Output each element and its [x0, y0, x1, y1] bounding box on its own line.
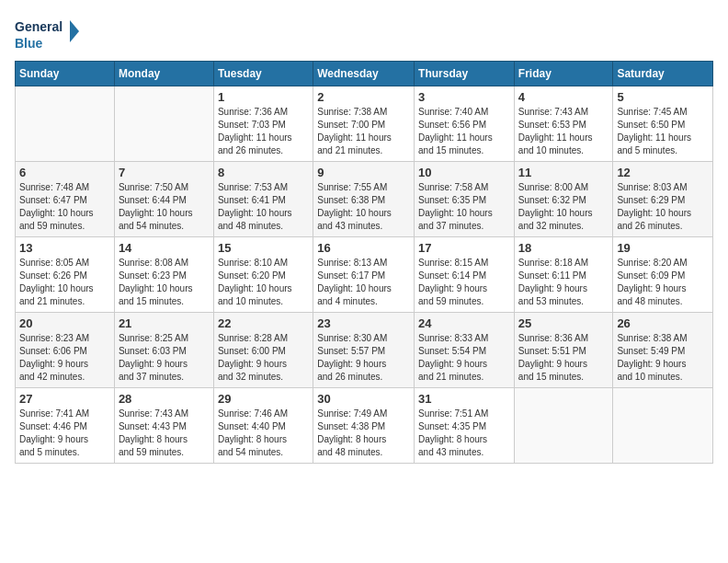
- calendar-cell: 26Sunrise: 8:38 AM Sunset: 5:49 PM Dayli…: [613, 313, 713, 388]
- day-detail: Sunrise: 8:05 AM Sunset: 6:26 PM Dayligh…: [19, 257, 110, 308]
- day-detail: Sunrise: 7:46 AM Sunset: 4:40 PM Dayligh…: [218, 408, 309, 459]
- calendar-cell: 29Sunrise: 7:46 AM Sunset: 4:40 PM Dayli…: [213, 388, 313, 464]
- calendar-cell: 8Sunrise: 7:53 AM Sunset: 6:41 PM Daylig…: [213, 162, 313, 237]
- calendar-week-4: 20Sunrise: 8:23 AM Sunset: 6:06 PM Dayli…: [16, 313, 713, 388]
- day-number: 1: [218, 90, 309, 104]
- header-cell-friday: Friday: [514, 62, 613, 86]
- header-cell-thursday: Thursday: [415, 62, 515, 86]
- day-detail: Sunrise: 7:51 AM Sunset: 4:35 PM Dayligh…: [418, 408, 510, 459]
- day-number: 12: [617, 166, 709, 179]
- day-number: 10: [418, 166, 510, 179]
- calendar-cell: 22Sunrise: 8:28 AM Sunset: 6:00 PM Dayli…: [213, 313, 313, 388]
- day-number: 28: [119, 392, 210, 406]
- header-row: SundayMondayTuesdayWednesdayThursdayFrid…: [16, 62, 713, 86]
- day-number: 27: [19, 392, 110, 406]
- header-cell-sunday: Sunday: [16, 62, 115, 86]
- day-detail: Sunrise: 8:23 AM Sunset: 6:06 PM Dayligh…: [19, 332, 110, 384]
- day-number: 13: [19, 241, 110, 255]
- day-detail: Sunrise: 8:33 AM Sunset: 5:54 PM Dayligh…: [418, 332, 510, 384]
- day-number: 30: [317, 392, 410, 406]
- page-header: GeneralBlue: [15, 15, 713, 52]
- day-number: 4: [518, 90, 609, 104]
- calendar-cell: 5Sunrise: 7:45 AM Sunset: 6:50 PM Daylig…: [613, 86, 713, 162]
- day-detail: Sunrise: 8:13 AM Sunset: 6:17 PM Dayligh…: [317, 257, 410, 308]
- day-number: 31: [418, 392, 510, 406]
- logo-svg: GeneralBlue: [15, 15, 88, 52]
- day-detail: Sunrise: 8:20 AM Sunset: 6:09 PM Dayligh…: [617, 257, 709, 308]
- day-detail: Sunrise: 7:50 AM Sunset: 6:44 PM Dayligh…: [119, 181, 210, 233]
- day-number: 15: [218, 241, 309, 255]
- calendar-cell: 27Sunrise: 7:41 AM Sunset: 4:46 PM Dayli…: [16, 388, 115, 464]
- day-number: 23: [317, 316, 410, 330]
- calendar-cell: 24Sunrise: 8:33 AM Sunset: 5:54 PM Dayli…: [415, 313, 515, 388]
- calendar-cell: 11Sunrise: 8:00 AM Sunset: 6:32 PM Dayli…: [514, 162, 613, 237]
- day-number: 6: [19, 166, 110, 179]
- day-number: 9: [317, 166, 410, 179]
- calendar-cell: 19Sunrise: 8:20 AM Sunset: 6:09 PM Dayli…: [613, 237, 713, 313]
- calendar-cell: 12Sunrise: 8:03 AM Sunset: 6:29 PM Dayli…: [613, 162, 713, 237]
- calendar-cell: [16, 86, 115, 162]
- calendar-table: SundayMondayTuesdayWednesdayThursdayFrid…: [15, 61, 713, 464]
- calendar-week-3: 13Sunrise: 8:05 AM Sunset: 6:26 PM Dayli…: [16, 237, 713, 313]
- svg-text:General: General: [15, 19, 63, 34]
- header-cell-wednesday: Wednesday: [313, 62, 415, 86]
- day-number: 8: [218, 166, 309, 179]
- calendar-cell: [613, 388, 713, 464]
- day-detail: Sunrise: 7:43 AM Sunset: 4:43 PM Dayligh…: [119, 408, 210, 459]
- day-detail: Sunrise: 7:48 AM Sunset: 6:47 PM Dayligh…: [19, 181, 110, 233]
- calendar-cell: 14Sunrise: 8:08 AM Sunset: 6:23 PM Dayli…: [114, 237, 213, 313]
- calendar-cell: 6Sunrise: 7:48 AM Sunset: 6:47 PM Daylig…: [16, 162, 115, 237]
- day-detail: Sunrise: 7:58 AM Sunset: 6:35 PM Dayligh…: [418, 181, 510, 233]
- calendar-cell: 30Sunrise: 7:49 AM Sunset: 4:38 PM Dayli…: [313, 388, 415, 464]
- day-detail: Sunrise: 8:28 AM Sunset: 6:00 PM Dayligh…: [218, 332, 309, 384]
- day-number: 18: [518, 241, 609, 255]
- day-detail: Sunrise: 7:36 AM Sunset: 7:03 PM Dayligh…: [218, 106, 309, 157]
- day-detail: Sunrise: 8:30 AM Sunset: 5:57 PM Dayligh…: [317, 332, 410, 384]
- calendar-cell: 10Sunrise: 7:58 AM Sunset: 6:35 PM Dayli…: [415, 162, 515, 237]
- day-detail: Sunrise: 8:00 AM Sunset: 6:32 PM Dayligh…: [518, 181, 609, 233]
- day-number: 17: [418, 241, 510, 255]
- day-detail: Sunrise: 7:45 AM Sunset: 6:50 PM Dayligh…: [617, 106, 709, 157]
- day-number: 7: [119, 166, 210, 179]
- day-detail: Sunrise: 7:41 AM Sunset: 4:46 PM Dayligh…: [19, 408, 110, 459]
- calendar-cell: 31Sunrise: 7:51 AM Sunset: 4:35 PM Dayli…: [415, 388, 515, 464]
- calendar-week-5: 27Sunrise: 7:41 AM Sunset: 4:46 PM Dayli…: [16, 388, 713, 464]
- day-number: 19: [617, 241, 709, 255]
- day-detail: Sunrise: 7:55 AM Sunset: 6:38 PM Dayligh…: [317, 181, 410, 233]
- calendar-cell: 1Sunrise: 7:36 AM Sunset: 7:03 PM Daylig…: [213, 86, 313, 162]
- day-number: 25: [518, 316, 609, 330]
- day-detail: Sunrise: 7:53 AM Sunset: 6:41 PM Dayligh…: [218, 181, 309, 233]
- day-detail: Sunrise: 7:38 AM Sunset: 7:00 PM Dayligh…: [317, 106, 410, 157]
- calendar-cell: 28Sunrise: 7:43 AM Sunset: 4:43 PM Dayli…: [114, 388, 213, 464]
- day-detail: Sunrise: 8:25 AM Sunset: 6:03 PM Dayligh…: [119, 332, 210, 384]
- day-detail: Sunrise: 7:43 AM Sunset: 6:53 PM Dayligh…: [518, 106, 609, 157]
- day-number: 20: [19, 316, 110, 330]
- calendar-week-1: 1Sunrise: 7:36 AM Sunset: 7:03 PM Daylig…: [16, 86, 713, 162]
- header-cell-monday: Monday: [114, 62, 213, 86]
- calendar-cell: [114, 86, 213, 162]
- calendar-cell: 18Sunrise: 8:18 AM Sunset: 6:11 PM Dayli…: [514, 237, 613, 313]
- day-detail: Sunrise: 8:10 AM Sunset: 6:20 PM Dayligh…: [218, 257, 309, 308]
- calendar-cell: 21Sunrise: 8:25 AM Sunset: 6:03 PM Dayli…: [114, 313, 213, 388]
- day-detail: Sunrise: 8:38 AM Sunset: 5:49 PM Dayligh…: [617, 332, 709, 384]
- day-number: 29: [218, 392, 309, 406]
- calendar-cell: 16Sunrise: 8:13 AM Sunset: 6:17 PM Dayli…: [313, 237, 415, 313]
- calendar-cell: 2Sunrise: 7:38 AM Sunset: 7:00 PM Daylig…: [313, 86, 415, 162]
- calendar-cell: 17Sunrise: 8:15 AM Sunset: 6:14 PM Dayli…: [415, 237, 515, 313]
- calendar-cell: 23Sunrise: 8:30 AM Sunset: 5:57 PM Dayli…: [313, 313, 415, 388]
- calendar-week-2: 6Sunrise: 7:48 AM Sunset: 6:47 PM Daylig…: [16, 162, 713, 237]
- day-number: 14: [119, 241, 210, 255]
- calendar-cell: 20Sunrise: 8:23 AM Sunset: 6:06 PM Dayli…: [16, 313, 115, 388]
- day-detail: Sunrise: 8:15 AM Sunset: 6:14 PM Dayligh…: [418, 257, 510, 308]
- calendar-cell: 15Sunrise: 8:10 AM Sunset: 6:20 PM Dayli…: [213, 237, 313, 313]
- day-number: 3: [418, 90, 510, 104]
- calendar-cell: 7Sunrise: 7:50 AM Sunset: 6:44 PM Daylig…: [114, 162, 213, 237]
- day-number: 21: [119, 316, 210, 330]
- day-detail: Sunrise: 8:18 AM Sunset: 6:11 PM Dayligh…: [518, 257, 609, 308]
- calendar-cell: 13Sunrise: 8:05 AM Sunset: 6:26 PM Dayli…: [16, 237, 115, 313]
- calendar-cell: 3Sunrise: 7:40 AM Sunset: 6:56 PM Daylig…: [415, 86, 515, 162]
- calendar-cell: 4Sunrise: 7:43 AM Sunset: 6:53 PM Daylig…: [514, 86, 613, 162]
- logo: GeneralBlue: [15, 15, 88, 52]
- header-cell-saturday: Saturday: [613, 62, 713, 86]
- calendar-cell: [514, 388, 613, 464]
